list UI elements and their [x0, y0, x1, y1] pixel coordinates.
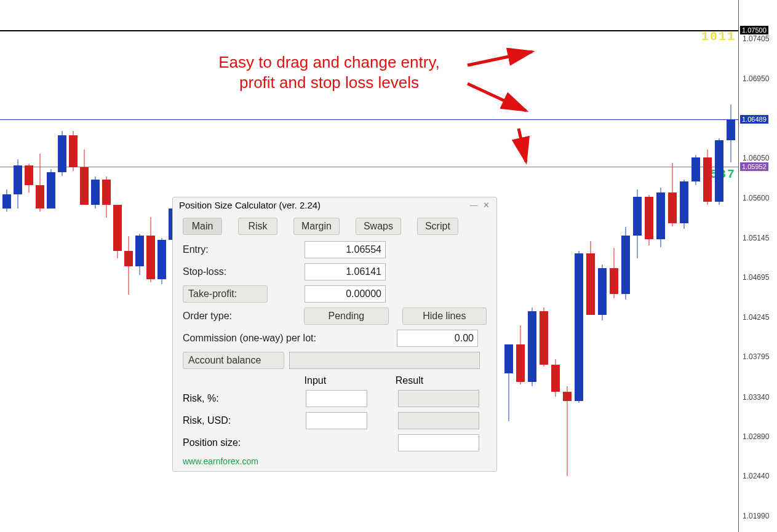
- arrow-icon: [464, 80, 538, 117]
- price-axis: 1.07500 1.07405 1.06950 1.06489 1.06050 …: [738, 0, 777, 532]
- candle: [633, 189, 642, 258]
- price-tag-blue: 1.06489: [740, 115, 768, 124]
- candle: [563, 386, 572, 476]
- candle: [157, 238, 166, 284]
- candle: [668, 163, 677, 226]
- candle: [680, 180, 688, 229]
- tab-margin[interactable]: Margin: [293, 218, 340, 235]
- stop-loss-label: Stop-loss:: [183, 266, 300, 277]
- candle: [80, 149, 89, 205]
- candle: [610, 248, 618, 298]
- price-tick: 1.01990: [743, 512, 769, 520]
- price-tick: 1.07405: [743, 34, 769, 43]
- position-size-calculator-dialog[interactable]: Position Size Calculator (ver. 2.24) — ✕…: [172, 197, 497, 472]
- candle: [25, 164, 33, 192]
- price-tick: 1.04245: [743, 313, 769, 322]
- candle: [621, 227, 630, 300]
- candle: [656, 188, 665, 247]
- tab-main[interactable]: Main: [183, 218, 222, 235]
- candle: [102, 177, 111, 218]
- svg-line-2: [519, 129, 526, 162]
- price-tick: 1.02890: [743, 432, 769, 441]
- candle: [586, 241, 595, 316]
- candle: [146, 217, 155, 282]
- candle: [645, 195, 653, 245]
- candle: [528, 308, 536, 386]
- pending-button[interactable]: Pending: [304, 308, 388, 325]
- account-balance-display: [289, 352, 480, 369]
- svg-line-0: [468, 52, 532, 65]
- candle: [715, 138, 723, 205]
- candle: [69, 131, 78, 172]
- svg-line-1: [468, 84, 526, 111]
- price-tick: 1.03340: [743, 393, 769, 402]
- candle: [36, 154, 44, 212]
- tab-bar: Main Risk Margin Swaps Script: [173, 213, 496, 239]
- commission-label: Commission (one-way) per lot:: [183, 333, 392, 344]
- candle: [691, 155, 700, 185]
- tab-script[interactable]: Script: [417, 218, 458, 235]
- result-column-header: Result: [396, 375, 487, 386]
- candle: [113, 205, 122, 258]
- level-line-purple[interactable]: [0, 167, 738, 167]
- risk-pct-input[interactable]: [306, 390, 367, 407]
- price-tag-black: 1.07500: [740, 26, 768, 34]
- entry-label: Entry:: [183, 244, 300, 255]
- price-tick: 1.03795: [743, 352, 769, 361]
- candle: [91, 177, 100, 208]
- column-headers: Input Result: [173, 371, 496, 387]
- level-line-black[interactable]: [0, 30, 738, 31]
- annotation-line1: Easy to drag and change entry,: [218, 53, 439, 71]
- tab-risk[interactable]: Risk: [238, 218, 277, 235]
- candle: [58, 131, 66, 176]
- take-profit-input[interactable]: [305, 285, 386, 303]
- risk-usd-label: Risk, USD:: [183, 415, 306, 426]
- position-size-output: [398, 434, 479, 451]
- dialog-titlebar[interactable]: Position Size Calculator (ver. 2.24) — ✕: [173, 197, 496, 213]
- footer-link[interactable]: www.earnforex.com: [173, 454, 496, 467]
- candle: [703, 149, 712, 205]
- candle: [598, 264, 607, 320]
- minimize-icon[interactable]: —: [468, 200, 479, 210]
- candle: [540, 308, 548, 366]
- hide-lines-button[interactable]: Hide lines: [402, 308, 487, 325]
- price-tag-purple: 1.05952: [740, 162, 768, 171]
- commission-input[interactable]: [397, 330, 478, 347]
- price-tick: 1.05600: [743, 194, 769, 202]
- arrow-icon: [508, 126, 538, 169]
- stop-loss-input[interactable]: [305, 263, 386, 280]
- input-column-header: Input: [305, 375, 396, 386]
- position-size-label: Position size:: [183, 437, 398, 448]
- candle: [575, 251, 583, 403]
- risk-usd-input[interactable]: [306, 412, 367, 429]
- arrow-icon: [464, 48, 544, 73]
- price-tick: 1.02440: [743, 472, 769, 480]
- tab-swaps[interactable]: Swaps: [356, 218, 401, 235]
- candle: [124, 236, 133, 295]
- risk-pct-result: [398, 390, 479, 407]
- level-line-blue[interactable]: [0, 119, 738, 120]
- risk-usd-result: [398, 412, 479, 429]
- price-tick: 1.04695: [743, 273, 769, 282]
- risk-pct-label: Risk, %:: [183, 393, 306, 404]
- candle: [727, 105, 735, 162]
- candle: [2, 189, 11, 212]
- candle: [135, 234, 144, 275]
- close-icon[interactable]: ✕: [480, 200, 492, 210]
- candle: [516, 325, 525, 385]
- candle: [14, 159, 22, 208]
- candle: [504, 344, 513, 421]
- entry-input[interactable]: [305, 241, 386, 258]
- marker-yellow: 1011: [701, 30, 736, 44]
- candle: [47, 169, 55, 208]
- annotation-line2: profit and stop loss levels: [239, 73, 419, 92]
- annotation-text: Easy to drag and change entry, profit an…: [185, 52, 474, 92]
- account-balance-button[interactable]: Account balance: [183, 352, 284, 369]
- order-type-label: Order type:: [183, 311, 299, 322]
- price-tick: 1.06950: [743, 74, 769, 83]
- price-tick: 1.06050: [743, 154, 769, 162]
- take-profit-button[interactable]: Take-profit:: [183, 285, 268, 303]
- price-tick: 1.05145: [743, 234, 769, 242]
- candle: [551, 359, 560, 397]
- dialog-title: Position Size Calculator (ver. 2.24): [179, 200, 321, 210]
